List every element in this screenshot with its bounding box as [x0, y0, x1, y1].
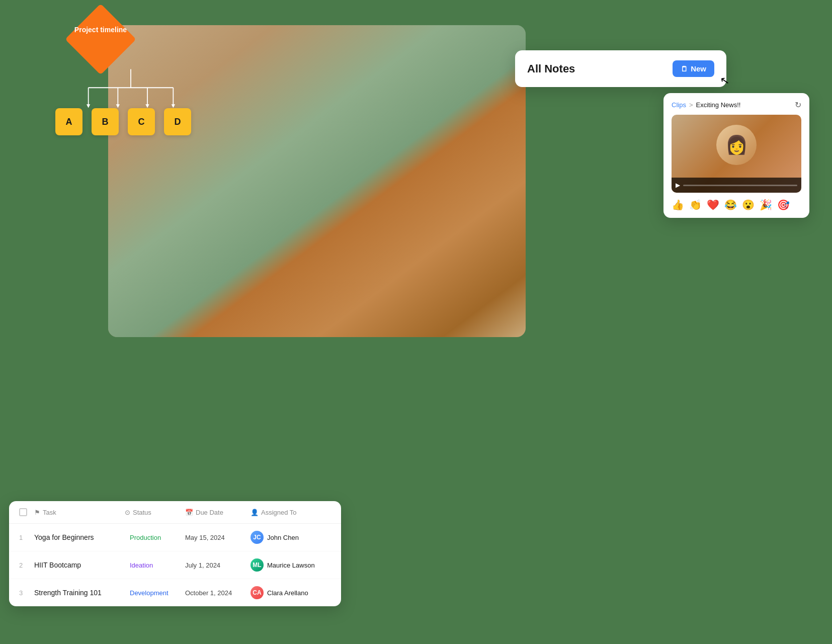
- svg-marker-6: [87, 104, 90, 108]
- select-all-checkbox[interactable]: [19, 508, 27, 516]
- reaction-target[interactable]: 🎯: [777, 199, 790, 211]
- task-name: Yoga for Beginners: [34, 533, 125, 541]
- video-controls: ▶: [672, 178, 801, 193]
- avatar: JC: [251, 531, 264, 544]
- new-button[interactable]: 🗒 New: [673, 60, 714, 77]
- assignee: ML Maurice Lawson: [251, 558, 331, 572]
- person-icon: 👤: [251, 509, 259, 516]
- breadcrumb-separator: >: [689, 101, 693, 109]
- node-d: D: [164, 108, 191, 135]
- all-notes-title: All Notes: [527, 62, 575, 75]
- status-column-header: ⊙ Status: [125, 509, 185, 516]
- due-date: July 1, 2024: [185, 561, 251, 569]
- due-date: May 15, 2024: [185, 534, 251, 541]
- clips-card: Clips > Exciting News!! ↻ 👩 ▶ 👍 👏 ❤️ 😂 😮…: [663, 93, 809, 218]
- breadcrumb-page: Exciting News!!: [696, 101, 741, 109]
- reaction-thumbsup[interactable]: 👍: [672, 199, 684, 211]
- status-badge: Development: [125, 588, 185, 598]
- status-icon: ⊙: [125, 509, 130, 516]
- breadcrumb-clips[interactable]: Clips: [672, 101, 686, 109]
- table-row[interactable]: 1 Yoga for Beginners Production May 15, …: [9, 524, 341, 551]
- status-badge: Ideation: [125, 560, 185, 571]
- svg-marker-8: [145, 104, 149, 108]
- table-row[interactable]: 3 Strength Training 101 Development Octo…: [9, 579, 341, 606]
- refresh-icon[interactable]: ↻: [795, 100, 801, 110]
- play-button-icon[interactable]: ▶: [676, 182, 680, 189]
- cursor: ↖: [719, 74, 730, 89]
- node-c: C: [128, 108, 155, 135]
- task-column-header: ⚑ Task: [34, 509, 125, 516]
- assignee-name: Maurice Lawson: [267, 561, 315, 569]
- reaction-clap[interactable]: 👏: [689, 199, 702, 211]
- table-header: ⚑ Task ⊙ Status 📅 Due Date 👤 Assigned To: [9, 501, 341, 524]
- diamond-wrapper: Project timeline: [55, 14, 146, 67]
- task-table-card: ⚑ Task ⊙ Status 📅 Due Date 👤 Assigned To…: [9, 501, 341, 606]
- all-notes-card: All Notes 🗒 New: [515, 50, 726, 87]
- status-badge: Production: [125, 532, 185, 543]
- node-a: A: [55, 108, 82, 135]
- calendar-icon: 📅: [185, 509, 193, 516]
- new-note-icon: 🗒: [681, 65, 688, 73]
- emoji-reactions: 👍 👏 ❤️ 😂 😮 🎉 🎯: [672, 199, 801, 211]
- reaction-laugh[interactable]: 😂: [724, 199, 737, 211]
- assignee: JC John Chen: [251, 531, 331, 544]
- due-date-column-header: 📅 Due Date: [185, 509, 251, 516]
- task-icon: ⚑: [34, 509, 40, 516]
- avatar: ML: [251, 558, 264, 572]
- video-thumbnail[interactable]: 👩 ▶: [672, 115, 801, 193]
- video-person-avatar: 👩: [716, 125, 757, 165]
- node-b: B: [92, 108, 119, 135]
- video-progress-bar: [683, 185, 797, 186]
- row-number: 1: [19, 534, 34, 541]
- reaction-wow[interactable]: 😮: [742, 199, 755, 211]
- assignee-name: Clara Arellano: [267, 589, 308, 597]
- project-timeline-card: Project timeline: [55, 14, 146, 67]
- due-date: October 1, 2024: [185, 589, 251, 597]
- task-name: HIIT Bootcamp: [34, 561, 125, 569]
- assigned-to-column-header: 👤 Assigned To: [251, 509, 331, 516]
- nodes-row: A B C D: [55, 108, 191, 135]
- reaction-heart[interactable]: ❤️: [707, 199, 719, 211]
- breadcrumb: Clips > Exciting News!! ↻: [672, 100, 801, 110]
- task-name: Strength Training 101: [34, 589, 125, 597]
- svg-marker-7: [116, 104, 120, 108]
- row-number: 2: [19, 561, 34, 569]
- reaction-party[interactable]: 🎉: [760, 199, 772, 211]
- row-number: 3: [19, 589, 34, 597]
- new-button-label: New: [691, 64, 706, 73]
- assignee-name: John Chen: [267, 534, 299, 541]
- avatar: CA: [251, 586, 264, 599]
- svg-marker-9: [172, 104, 175, 108]
- assignee: CA Clara Arellano: [251, 586, 331, 599]
- table-row[interactable]: 2 HIIT Bootcamp Ideation July 1, 2024 ML…: [9, 551, 341, 579]
